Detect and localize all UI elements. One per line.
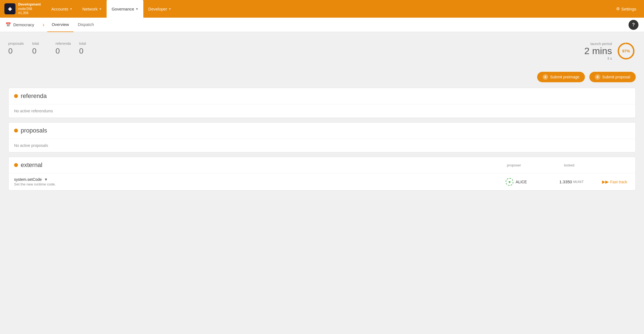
external-header: external proposer locked	[9, 157, 635, 173]
tab-overview[interactable]: Overview	[47, 18, 73, 32]
governance-chevron-icon: ▼	[136, 7, 138, 10]
locked-value: 1.3350	[559, 179, 572, 184]
developer-chevron-icon: ▼	[168, 7, 171, 10]
sub-nav: 📅 Democracy › Overview Dispatch ?	[0, 18, 644, 32]
logo-dev: Development	[18, 2, 41, 7]
fast-track-button[interactable]: ▶▶ Fast track	[599, 177, 630, 186]
fast-track-label: Fast track	[610, 180, 627, 184]
nav-governance[interactable]: Governance ▼	[107, 0, 143, 18]
nav-network[interactable]: Network ▼	[77, 0, 107, 18]
referenda-section: referenda No active referendums	[8, 88, 636, 118]
submit-preimage-plus-icon: +	[543, 74, 548, 80]
external-dot-icon	[14, 163, 18, 167]
proposals-section: proposals No active proposals	[8, 122, 636, 152]
referenda-body: No active referendums	[9, 104, 635, 118]
stats-row: proposals 0 total 0 referenda 0 total 0 …	[8, 39, 636, 66]
logo-block: #1,358	[18, 11, 41, 15]
referenda-total: total 0	[79, 41, 86, 55]
submit-proposal-plus-icon: +	[595, 74, 600, 80]
logo-area[interactable]: ◈ Development node/268 #1,358	[4, 2, 41, 15]
proposals-total: total 0	[32, 41, 39, 55]
locked-cell: 1.3350 MUNIT	[544, 179, 599, 184]
nav-accounts[interactable]: Accounts ▼	[46, 0, 78, 18]
network-chevron-icon: ▼	[99, 7, 102, 10]
referenda-dot-icon	[14, 94, 18, 98]
accounts-chevron-icon: ▼	[70, 7, 72, 10]
fast-track-arrows-icon: ▶▶	[602, 179, 609, 184]
method-description: Set the new runtime code.	[14, 182, 489, 186]
submit-proposal-button[interactable]: + Submit proposal	[589, 72, 636, 82]
referenda-header: referenda	[9, 88, 635, 104]
actions-row: + Submit preimage + Submit proposal	[8, 72, 636, 82]
logo-node: node/268	[18, 7, 41, 11]
method-chevron-icon[interactable]: ▼	[44, 177, 48, 182]
calendar-icon: 📅	[6, 22, 11, 27]
referenda-count: referenda 0	[56, 41, 71, 55]
democracy-label: Democracy	[13, 22, 34, 27]
nav-right: ⚙ Settings	[613, 6, 640, 11]
proposer-name: ALICE	[516, 180, 527, 184]
method-info: system.setCode ▼ Set the new runtime cod…	[14, 177, 489, 186]
proposals-body: No active proposals	[9, 139, 635, 152]
method-name-text: system.setCode	[14, 177, 42, 182]
launch-period-progress: 97%	[616, 41, 636, 61]
proposer-avatar: ◉	[506, 178, 513, 186]
settings-nav[interactable]: ⚙ Settings	[613, 6, 640, 11]
top-nav: ◈ Development node/268 #1,358 Accounts ▼…	[0, 0, 644, 18]
proposer-col-label: proposer	[486, 163, 542, 167]
tab-dispatch[interactable]: Dispatch	[73, 18, 98, 32]
submit-preimage-button[interactable]: + Submit preimage	[537, 72, 585, 82]
democracy-section[interactable]: 📅 Democracy	[6, 22, 40, 27]
proposals-stats: proposals 0 total 0	[8, 41, 39, 55]
external-row: system.setCode ▼ Set the new runtime cod…	[9, 173, 635, 190]
external-section: external proposer locked system.setCode …	[8, 157, 636, 190]
proposals-count: proposals 0	[8, 41, 24, 55]
settings-gear-icon: ⚙	[616, 6, 620, 11]
locked-col-label: locked	[542, 163, 597, 167]
proposals-dot-icon	[14, 129, 18, 132]
launch-info: launch period 2 mins 3 s	[584, 42, 612, 60]
launch-period-area: launch period 2 mins 3 s 97%	[584, 41, 636, 61]
main-content: proposals 0 total 0 referenda 0 total 0 …	[0, 32, 644, 334]
help-button[interactable]: ?	[629, 20, 638, 30]
locked-unit: MUNIT	[573, 180, 584, 184]
logo-icon: ◈	[4, 3, 15, 14]
divider-arrow-icon: ›	[43, 22, 44, 28]
proposer-cell: ◉ ALICE	[489, 178, 544, 186]
referenda-stats: referenda 0 total 0	[56, 41, 86, 55]
proposals-header: proposals	[9, 123, 635, 139]
nav-developer[interactable]: Developer ▼	[143, 0, 176, 18]
